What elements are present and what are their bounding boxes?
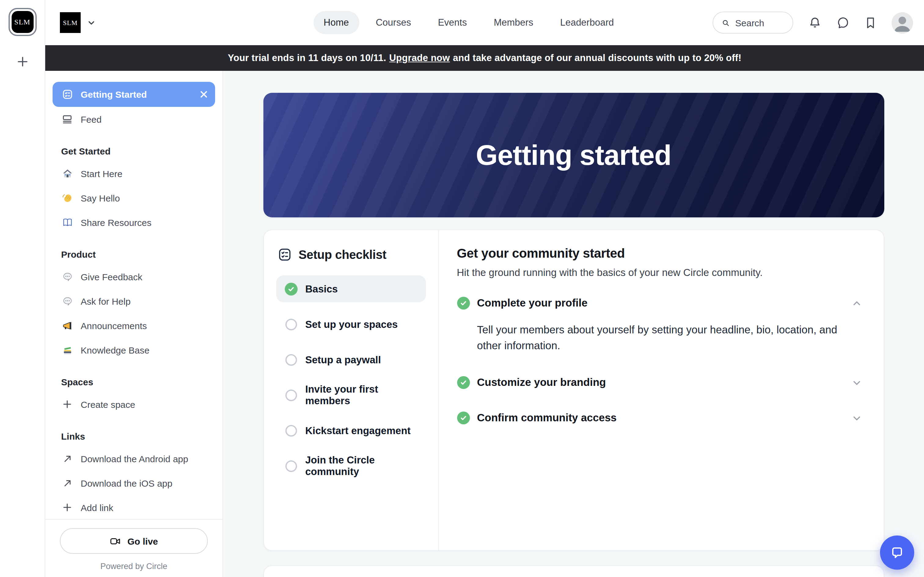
sidebar-item-label: Feed: [81, 114, 209, 124]
bookmarks-button[interactable]: [865, 16, 876, 29]
sidebar-item-label: Knowledge Base: [81, 345, 209, 355]
go-live-button[interactable]: Go live: [60, 528, 208, 554]
add-community-button[interactable]: [13, 52, 32, 71]
messages-button[interactable]: [837, 16, 850, 29]
community-rail: SLM: [0, 0, 45, 577]
community-switcher-button[interactable]: [87, 18, 96, 27]
create-space-button[interactable]: Create space: [53, 392, 215, 416]
checklist-item-basics[interactable]: Basics: [276, 276, 426, 302]
trial-text-after: and take advantage of our annual discoun…: [453, 53, 741, 63]
accordion-header[interactable]: Confirm community access: [457, 411, 861, 424]
unchecked-circle-icon: [285, 354, 297, 366]
sidebar-section-spaces: Spaces: [61, 377, 215, 387]
space-sidebar: Getting Started Feed Get Started: [45, 71, 223, 577]
sidebar-item-label: Add link: [81, 502, 209, 513]
sidebar-item-give-feedback[interactable]: Give Feedback: [53, 264, 215, 289]
panel-title: Get your community started: [457, 246, 861, 261]
active-community-ring: SLM: [8, 8, 36, 36]
setup-checklist-card: Setup checklist Basics Set up your spa: [263, 230, 884, 551]
primary-nav: Home Courses Events Members Leaderboard: [225, 11, 712, 34]
megaphone-emoji-icon: [61, 320, 73, 330]
checklist-column: Setup checklist Basics Set up your spa: [264, 230, 438, 550]
unchecked-circle-icon: [285, 389, 297, 401]
checklist-item-label: Basics: [305, 283, 338, 295]
trial-text: Your trial ends in 11 days on 10/11.: [228, 53, 386, 63]
speech-balloon-emoji-icon: [61, 271, 73, 282]
checklist-detail-panel: Get your community started Hit the groun…: [438, 230, 884, 550]
plus-icon: [61, 399, 73, 409]
app-window: SLM SLM Home Courses Events Members Lead…: [0, 0, 924, 577]
accordion-header[interactable]: Customize your branding: [457, 376, 861, 389]
sidebar-item-label: Download the iOS app: [81, 478, 209, 488]
nav-tab-leaderboard[interactable]: Leaderboard: [550, 11, 624, 34]
sidebar-item-start-here[interactable]: Start Here: [53, 161, 215, 185]
chevron-down-icon: [851, 378, 861, 387]
accordion-complete-your-profile: Complete your profile Tell your members …: [457, 297, 861, 353]
checklist-item-kickstart-engagement[interactable]: Kickstart engagement: [276, 417, 426, 444]
books-emoji-icon: [61, 345, 73, 355]
house-emoji-icon: [61, 168, 73, 179]
sidebar-item-announcements[interactable]: Announcements: [53, 313, 215, 338]
chevron-down-icon: [851, 413, 861, 423]
nav-tab-courses[interactable]: Courses: [365, 11, 422, 34]
accordion-label: Complete your profile: [477, 297, 844, 309]
community-logo-small[interactable]: SLM: [60, 12, 81, 33]
sidebar-item-getting-started[interactable]: Getting Started: [53, 82, 215, 107]
checklist-item-invite-your-first-members[interactable]: Invite your first members: [276, 382, 426, 408]
upgrade-now-link[interactable]: Upgrade now: [389, 53, 450, 63]
bell-icon: [809, 16, 821, 29]
speech-balloon-emoji-icon: [61, 296, 73, 306]
notifications-button[interactable]: [809, 16, 821, 29]
getting-started-banner: Getting started: [263, 93, 884, 218]
add-link-button[interactable]: Add link: [53, 495, 215, 519]
search-box[interactable]: [712, 11, 793, 34]
accordion-label: Confirm community access: [477, 411, 844, 424]
checklist-item-set-up-your-spaces[interactable]: Set up your spaces: [276, 311, 426, 338]
close-getting-started-button[interactable]: [199, 89, 209, 100]
sidebar-item-share-resources[interactable]: Share Resources: [53, 210, 215, 234]
check-circle-icon: [457, 411, 470, 424]
bookmark-icon: [865, 16, 876, 29]
sidebar-item-label: Announcements: [81, 320, 209, 330]
accordion-label: Customize your branding: [477, 376, 844, 389]
accordion-header[interactable]: Complete your profile: [457, 297, 861, 309]
checklist-item-setup-a-paywall[interactable]: Setup a paywall: [276, 346, 426, 373]
external-link-icon: [61, 479, 73, 488]
powered-by-circle-link[interactable]: Powered by Circle: [60, 562, 208, 571]
community-logo[interactable]: SLM: [11, 11, 33, 33]
search-input[interactable]: [735, 18, 784, 28]
nav-tab-members[interactable]: Members: [483, 11, 544, 34]
sidebar-link-android-app[interactable]: Download the Android app: [53, 446, 215, 471]
wave-emoji-icon: [61, 193, 73, 203]
close-icon: [200, 90, 208, 98]
unchecked-circle-icon: [285, 425, 297, 436]
user-avatar[interactable]: [892, 12, 913, 33]
sidebar-item-knowledge-base[interactable]: Knowledge Base: [53, 338, 215, 362]
unchecked-circle-icon: [285, 318, 297, 330]
external-link-icon: [61, 454, 73, 463]
check-circle-icon: [284, 282, 297, 295]
accordion-confirm-community-access: Confirm community access: [457, 411, 861, 424]
hero-title: Getting started: [476, 139, 671, 172]
sidebar-section-get-started: Get Started: [61, 146, 215, 156]
check-circle-icon: [457, 376, 470, 389]
checklist-title: Setup checklist: [299, 248, 386, 262]
sidebar-footer: Go live Powered by Circle: [45, 519, 223, 577]
chevron-down-icon: [87, 18, 96, 27]
checklist-item-join-the-circle-community[interactable]: Join the Circle community: [276, 453, 426, 479]
sidebar-item-ask-for-help[interactable]: Ask for Help: [53, 289, 215, 313]
support-chat-button[interactable]: [880, 535, 914, 570]
nav-tab-home[interactable]: Home: [313, 11, 359, 34]
avatar-photo: [892, 12, 913, 33]
sidebar-item-label: Start Here: [81, 168, 209, 179]
plus-icon: [16, 55, 29, 68]
sidebar-item-label: Say Hello: [81, 193, 209, 203]
nav-tab-events[interactable]: Events: [428, 11, 477, 34]
checklist-icon: [277, 247, 292, 262]
checklist-item-label: Join the Circle community: [305, 454, 417, 477]
sidebar-link-ios-app[interactable]: Download the iOS app: [53, 471, 215, 495]
checklist-item-label: Setup a paywall: [305, 354, 381, 366]
unchecked-circle-icon: [285, 460, 297, 472]
sidebar-item-feed[interactable]: Feed: [53, 107, 215, 131]
sidebar-item-say-hello[interactable]: Say Hello: [53, 185, 215, 210]
